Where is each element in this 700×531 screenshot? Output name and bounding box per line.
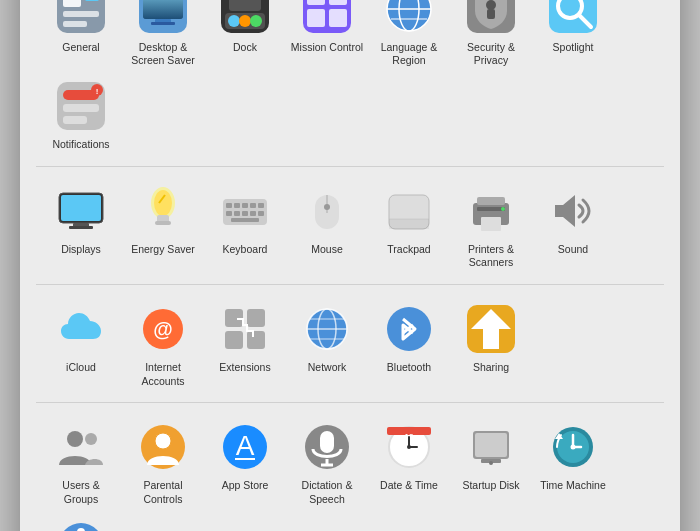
svg-rect-36 — [63, 116, 87, 124]
svg-point-12 — [228, 15, 240, 27]
item-general[interactable]: General — [40, 0, 122, 72]
svg-rect-4 — [63, 21, 87, 27]
label-bluetooth: Bluetooth — [387, 361, 431, 375]
svg-rect-70 — [481, 217, 501, 231]
item-mission-control[interactable]: Mission Control — [286, 0, 368, 72]
item-dock[interactable]: Dock — [204, 0, 286, 72]
item-icloud[interactable]: iCloud — [40, 295, 122, 392]
icon-accessibility — [55, 519, 107, 531]
icon-trackpad — [383, 185, 435, 237]
svg-rect-17 — [307, 0, 325, 5]
preferences-content: General Desktop & Screen Saver Dock Miss… — [20, 0, 680, 531]
label-date-time: Date & Time — [380, 479, 438, 493]
icon-mission-control — [301, 0, 353, 35]
item-sound[interactable]: Sound — [532, 177, 614, 274]
label-startup-disk: Startup Disk — [462, 479, 519, 493]
label-language-region: Language & Region — [372, 41, 446, 68]
svg-point-28 — [486, 0, 496, 10]
svg-rect-77 — [225, 331, 243, 349]
item-extensions[interactable]: Extensions — [204, 295, 286, 392]
icon-printers-scanners — [465, 185, 517, 237]
label-general: General — [62, 41, 99, 55]
section-hardware: Displays Energy Saver Keyboard Mouse — [36, 167, 664, 285]
icon-mouse — [301, 185, 353, 237]
item-users-groups[interactable]: Users & Groups — [40, 413, 122, 510]
item-security-privacy[interactable]: Security & Privacy — [450, 0, 532, 72]
item-desktop-screensaver[interactable]: Desktop & Screen Saver — [122, 0, 204, 72]
label-printers-scanners: Printers & Scanners — [454, 243, 528, 270]
icon-network — [301, 303, 353, 355]
svg-point-13 — [239, 15, 251, 27]
icon-sharing — [465, 303, 517, 355]
svg-rect-96 — [320, 431, 334, 453]
item-dictation-speech[interactable]: Dictation & Speech — [286, 413, 368, 510]
item-sharing[interactable]: Sharing — [450, 295, 532, 392]
item-trackpad[interactable]: Trackpad — [368, 177, 450, 274]
item-mouse[interactable]: Mouse — [286, 177, 368, 274]
svg-rect-69 — [477, 197, 505, 205]
label-dock: Dock — [233, 41, 257, 55]
label-internet-accounts: Internet Accounts — [126, 361, 200, 388]
icon-language-region — [383, 0, 435, 35]
label-mission-control: Mission Control — [291, 41, 363, 55]
item-notifications[interactable]: ! Notifications — [40, 72, 122, 156]
svg-point-45 — [154, 190, 172, 216]
svg-text:!: ! — [96, 87, 99, 96]
icon-internet-accounts: @ — [137, 303, 189, 355]
item-displays[interactable]: Displays — [40, 177, 122, 274]
svg-rect-29 — [487, 9, 495, 19]
icon-desktop-screensaver — [137, 0, 189, 35]
svg-rect-20 — [329, 9, 347, 27]
label-network: Network — [308, 361, 347, 375]
item-bluetooth[interactable]: Bluetooth — [368, 295, 450, 392]
icon-spotlight — [547, 0, 599, 35]
item-startup-disk[interactable]: Startup Disk — [450, 413, 532, 510]
icon-displays — [55, 185, 107, 237]
label-sharing: Sharing — [473, 361, 509, 375]
svg-point-104 — [407, 445, 411, 449]
svg-rect-78 — [247, 331, 265, 349]
item-accessibility[interactable]: Accessibility — [40, 511, 122, 531]
section-personal: General Desktop & Screen Saver Dock Miss… — [36, 0, 664, 167]
label-time-machine: Time Machine — [540, 479, 606, 493]
icon-energy-saver — [137, 185, 189, 237]
svg-rect-56 — [234, 211, 240, 216]
system-preferences-window: ‹ › System Preferences 🔍 General — [20, 0, 680, 531]
svg-rect-40 — [61, 195, 101, 221]
label-parental-controls: Parental Controls — [126, 479, 200, 506]
label-desktop-screensaver: Desktop & Screen Saver — [126, 41, 200, 68]
svg-rect-3 — [63, 11, 99, 17]
label-icloud: iCloud — [66, 361, 96, 375]
icon-date-time: 18 — [383, 421, 435, 473]
label-users-groups: Users & Groups — [44, 479, 118, 506]
svg-rect-50 — [226, 203, 232, 208]
label-extensions: Extensions — [219, 361, 270, 375]
label-dictation-speech: Dictation & Speech — [290, 479, 364, 506]
item-spotlight[interactable]: Spotlight — [532, 0, 614, 72]
item-parental-controls[interactable]: Parental Controls — [122, 413, 204, 510]
svg-rect-106 — [475, 433, 507, 457]
item-language-region[interactable]: Language & Region — [368, 0, 450, 72]
icon-keyboard — [219, 185, 271, 237]
svg-rect-18 — [329, 0, 347, 5]
item-network[interactable]: Network — [286, 295, 368, 392]
icon-security-privacy — [465, 0, 517, 35]
svg-rect-15 — [229, 0, 261, 11]
svg-rect-19 — [307, 9, 325, 27]
item-keyboard[interactable]: Keyboard — [204, 177, 286, 274]
item-app-store[interactable]: A App Store — [204, 413, 286, 510]
item-date-time[interactable]: 18 Date & Time — [368, 413, 450, 510]
svg-point-108 — [489, 461, 493, 465]
item-internet-accounts[interactable]: @ Internet Accounts — [122, 295, 204, 392]
svg-rect-59 — [258, 211, 264, 216]
item-energy-saver[interactable]: Energy Saver — [122, 177, 204, 274]
svg-rect-35 — [63, 104, 99, 112]
icon-time-machine — [547, 421, 599, 473]
item-time-machine[interactable]: Time Machine — [532, 413, 614, 510]
label-displays: Displays — [61, 243, 101, 257]
icon-app-store: A — [219, 421, 271, 473]
icon-sound — [547, 185, 599, 237]
label-security-privacy: Security & Privacy — [454, 41, 528, 68]
label-mouse: Mouse — [311, 243, 343, 257]
item-printers-scanners[interactable]: Printers & Scanners — [450, 177, 532, 274]
